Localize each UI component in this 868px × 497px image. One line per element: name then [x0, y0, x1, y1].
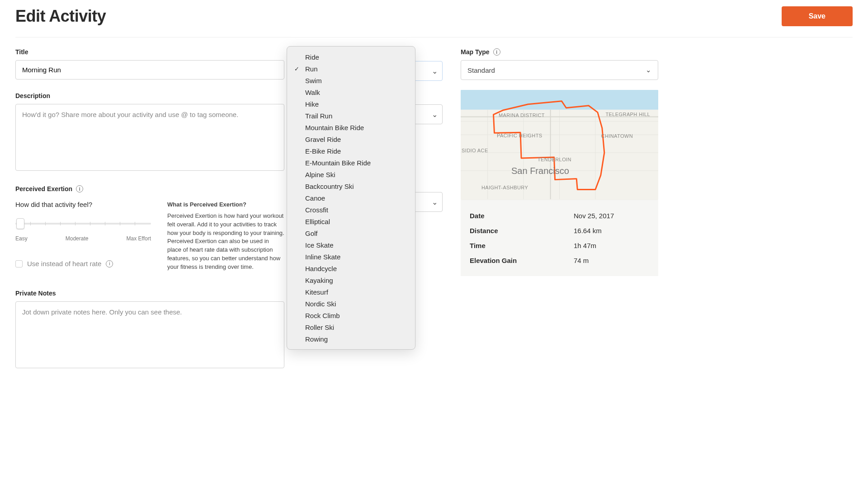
sport-option[interactable]: Hike	[287, 98, 415, 110]
sport-option-label: Ride	[305, 53, 319, 61]
distance-label: Distance	[470, 227, 574, 234]
sport-option[interactable]: Alpine Ski	[287, 169, 415, 180]
map-neighborhood: MARINA DISTRICT	[499, 113, 545, 118]
description-label: Description	[15, 92, 284, 99]
map-neighborhood: SIDIO ACE	[462, 148, 488, 154]
perceived-exertion-label: Perceived Exertion i	[15, 185, 284, 192]
date-label: Date	[470, 212, 574, 220]
check-icon: ✓	[294, 66, 299, 72]
sport-option-label: E-Mountain Bike Ride	[305, 159, 371, 167]
page-title: Edit Activity	[15, 7, 106, 26]
private-notes-label: Private Notes	[15, 290, 284, 297]
sport-option[interactable]: Gravel Ride	[287, 133, 415, 145]
chevron-down-icon: ⌄	[432, 110, 438, 119]
sport-option-label: Golf	[305, 230, 318, 237]
title-input[interactable]	[15, 60, 284, 80]
help-icon[interactable]: i	[76, 185, 83, 192]
sport-option-label: Hike	[305, 100, 319, 108]
sport-option-label: Ice Skate	[305, 241, 334, 249]
sport-option[interactable]: Kayaking	[287, 274, 415, 286]
sport-option[interactable]: E-Bike Ride	[287, 145, 415, 157]
sport-option[interactable]: Crossfit	[287, 204, 415, 216]
chevron-updown-icon: ⌄	[432, 67, 438, 75]
sport-option[interactable]: Golf	[287, 227, 415, 239]
sport-option-label: Kitesurf	[305, 288, 328, 296]
left-column: Title Description Perceived Exertion i H…	[15, 48, 284, 370]
chevron-down-icon: ⌄	[646, 66, 651, 74]
help-icon[interactable]: i	[493, 48, 500, 56]
sport-option[interactable]: Ice Skate	[287, 239, 415, 251]
sport-option[interactable]: Elliptical	[287, 216, 415, 227]
sport-option[interactable]: Rock Climb	[287, 309, 415, 321]
map-neighborhood: TENDERLOIN	[538, 157, 571, 163]
sport-option[interactable]: Canoe	[287, 192, 415, 204]
sport-option-label: Alpine Ski	[305, 171, 335, 178]
middle-column: ⌄ ⌄ ⌄ Ride✓RunSwimWalkHikeTrail RunMount…	[302, 48, 443, 370]
header: Edit Activity Save	[15, 6, 853, 38]
sport-option[interactable]: ✓Run	[287, 63, 415, 75]
description-textarea[interactable]	[15, 104, 284, 171]
map-type-label: Map Type i	[461, 48, 658, 56]
sport-option-label: Trail Run	[305, 112, 332, 120]
map-neighborhood: PACIFIC HEIGHTS	[497, 133, 542, 139]
activity-stats: Date Nov 25, 2017 Distance 16.64 km Time…	[461, 200, 658, 276]
sport-option-label: E-Bike Ride	[305, 147, 341, 155]
heart-rate-checkbox-label: Use instead of heart rate	[27, 260, 101, 267]
sport-option-label: Nordic Ski	[305, 300, 336, 308]
map-type-select[interactable]: Standard ⌄	[461, 60, 658, 80]
map-type-label-text: Map Type	[461, 48, 490, 56]
time-label: Time	[470, 242, 574, 249]
sport-option[interactable]: Trail Run	[287, 110, 415, 122]
right-column: Map Type i Standard ⌄	[461, 48, 658, 370]
sport-option-label: Rock Climb	[305, 312, 340, 319]
elevation-label: Elevation Gain	[470, 257, 574, 264]
map-neighborhood: CHINATOWN	[601, 133, 633, 139]
pe-question: How did that activity feel?	[15, 201, 151, 208]
help-icon[interactable]: i	[106, 260, 113, 267]
heart-rate-checkbox[interactable]	[15, 260, 23, 267]
pe-help-body: Perceived Exertion is how hard your work…	[167, 212, 284, 272]
sport-option-label: Run	[305, 65, 318, 73]
distance-value: 16.64 km	[574, 227, 602, 234]
sport-option[interactable]: Ride	[287, 51, 415, 63]
sport-option[interactable]: Walk	[287, 86, 415, 98]
sport-option-label: Elliptical	[305, 218, 330, 225]
sport-option[interactable]: Backcountry Ski	[287, 180, 415, 192]
time-value: 1h 47m	[574, 242, 596, 249]
sport-option-label: Backcountry Ski	[305, 183, 354, 190]
sport-option-label: Roller Ski	[305, 324, 334, 331]
pe-scale-max: Max Effort	[127, 235, 151, 242]
map-neighborhood: TELEGRAPH HILL	[605, 112, 650, 117]
sport-option[interactable]: Nordic Ski	[287, 298, 415, 309]
pe-scale-min: Easy	[15, 235, 28, 242]
sport-option[interactable]: Rowing	[287, 333, 415, 345]
map-city-label: San Francisco	[511, 166, 569, 176]
sport-option[interactable]: Mountain Bike Ride	[287, 122, 415, 133]
sport-option[interactable]: Handcycle	[287, 263, 415, 274]
private-notes-textarea[interactable]	[15, 301, 284, 368]
sport-option[interactable]: Inline Skate	[287, 251, 415, 263]
map-neighborhood: HAIGHT-ASHBURY	[481, 185, 528, 191]
date-value: Nov 25, 2017	[574, 212, 614, 220]
sport-option-label: Inline Skate	[305, 253, 340, 261]
sport-option-label: Gravel Ride	[305, 136, 341, 143]
sport-option-label: Kayaking	[305, 277, 333, 284]
sport-option[interactable]: Swim	[287, 75, 415, 86]
title-label: Title	[15, 48, 284, 56]
save-button[interactable]: Save	[782, 6, 853, 26]
map-preview[interactable]: MARINA DISTRICT TELEGRAPH HILL PACIFIC H…	[461, 90, 658, 200]
sport-option[interactable]: E-Mountain Bike Ride	[287, 157, 415, 169]
pe-label-text: Perceived Exertion	[15, 185, 72, 192]
sport-option-label: Crossfit	[305, 206, 328, 214]
pe-scale-mid: Moderate	[66, 235, 89, 242]
sport-option-label: Walk	[305, 89, 320, 96]
slider-thumb[interactable]	[16, 218, 24, 229]
sport-dropdown[interactable]: Ride✓RunSwimWalkHikeTrail RunMountain Bi…	[287, 46, 415, 350]
pe-slider[interactable]	[15, 218, 151, 231]
sport-option[interactable]: Kitesurf	[287, 286, 415, 298]
sport-option[interactable]: Roller Ski	[287, 321, 415, 333]
sport-option-label: Mountain Bike Ride	[305, 124, 364, 131]
map-type-value: Standard	[467, 66, 495, 74]
sport-option-label: Handcycle	[305, 265, 337, 272]
sport-option-label: Swim	[305, 77, 322, 84]
